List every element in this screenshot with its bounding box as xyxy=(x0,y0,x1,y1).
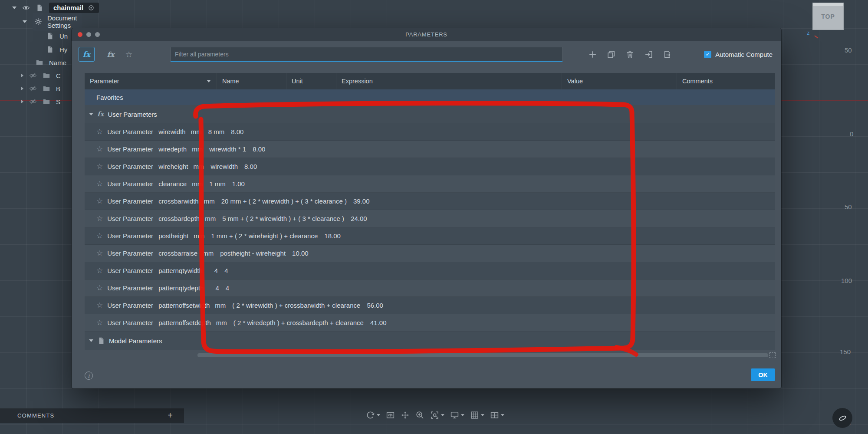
favorite-star-icon[interactable]: ☆ xyxy=(96,215,103,222)
parameter-name[interactable]: patternqtydepth xyxy=(153,284,204,292)
table-row[interactable]: ☆ User Parameter patternoffsetdepth mm (… xyxy=(85,314,775,332)
delete-parameter-button[interactable] xyxy=(625,50,635,59)
filter-input[interactable] xyxy=(170,47,563,62)
parameter-name[interactable]: patternoffsetdepth xyxy=(153,319,211,326)
look-at-button[interactable] xyxy=(386,411,395,420)
parameter-name[interactable]: wiredepth xyxy=(153,145,187,153)
column-header-comments[interactable]: Comments xyxy=(677,73,775,89)
parameter-expression[interactable]: 8 mm xyxy=(202,128,225,135)
parameter-name[interactable]: crossbardepth xyxy=(153,215,200,222)
favorite-star-icon[interactable]: ☆ xyxy=(96,180,103,187)
table-row[interactable]: ☆ User Parameter crossbardepth mm 5 mm +… xyxy=(85,210,775,227)
parameter-name[interactable]: wirewidth xyxy=(153,128,186,135)
parameter-expression[interactable]: 20 mm + ( 2 * wirewidth ) + ( 3 * cleara… xyxy=(215,197,347,205)
duplicate-parameter-button[interactable] xyxy=(607,50,616,59)
chevron-down-icon[interactable] xyxy=(377,414,380,416)
favorite-star-icon[interactable]: ☆ xyxy=(96,128,103,135)
chevron-down-icon[interactable] xyxy=(461,414,464,416)
comments-panel[interactable]: COMMENTS + xyxy=(0,408,184,423)
favorite-star-icon[interactable]: ☆ xyxy=(96,319,103,326)
fit-button[interactable] xyxy=(430,411,444,420)
browser-folder-row[interactable]: S xyxy=(21,96,60,107)
view-cube[interactable]: TOP xyxy=(812,3,844,30)
column-header-parameter[interactable]: Parameter xyxy=(85,73,217,89)
parameter-expression[interactable]: wirewidth * 1 xyxy=(203,145,246,153)
table-row[interactable]: ☆ User Parameter patternoffsetwidth mm (… xyxy=(85,297,775,314)
table-row[interactable]: ☆ User Parameter wirewidth mm 8 mm 8.00 xyxy=(85,123,775,141)
fusion-badge[interactable] xyxy=(832,408,852,428)
favorite-star-icon[interactable]: ☆ xyxy=(96,145,103,153)
parameter-name[interactable]: patternqtywidth xyxy=(153,267,203,274)
add-comment-button[interactable]: + xyxy=(168,411,173,421)
parameter-name[interactable]: postheight xyxy=(153,232,188,240)
favorite-star-icon[interactable]: ☆ xyxy=(96,163,103,170)
model-parameters-group-row[interactable]: Model Parameters xyxy=(85,332,775,350)
table-row[interactable]: ☆ User Parameter crossbarraise mm posthe… xyxy=(85,245,775,262)
favorite-star-icon[interactable]: ☆ xyxy=(96,284,103,292)
favorite-star-icon[interactable]: ☆ xyxy=(96,302,103,309)
parameter-expression[interactable]: 1 mm xyxy=(203,180,226,187)
scrollbar-thumb[interactable] xyxy=(197,353,768,357)
parameter-name[interactable]: patternoffsetwidth xyxy=(153,302,210,309)
parameter-expression[interactable]: 4 xyxy=(209,284,219,292)
visibility-off-eye-icon[interactable] xyxy=(29,72,37,79)
chevron-down-icon[interactable] xyxy=(501,414,504,416)
document-tab[interactable]: chainmail xyxy=(49,3,99,13)
info-icon[interactable]: i xyxy=(85,372,93,380)
parameter-name[interactable]: crossbarwidth xyxy=(153,197,199,205)
chevron-right-icon[interactable] xyxy=(21,73,23,78)
column-header-expression[interactable]: Expression xyxy=(336,73,562,89)
table-row[interactable]: ☆ User Parameter clearance mm 1 mm 1.00 xyxy=(85,175,775,193)
parameter-name[interactable]: clearance xyxy=(153,180,187,187)
table-row[interactable]: ☆ User Parameter postheight mm 1 mm + ( … xyxy=(85,227,775,245)
parameter-name[interactable]: crossbarraise xyxy=(153,250,197,257)
parameter-expression[interactable]: ( 2 * wiredepth ) + crossbardepth + clea… xyxy=(227,319,364,326)
collapse-caret-icon[interactable] xyxy=(89,339,93,342)
favorites-filter-button[interactable]: ☆ xyxy=(122,47,136,62)
settings-item-row[interactable]: Un xyxy=(46,30,68,42)
checkbox-checked-icon[interactable]: ✓ xyxy=(704,51,711,58)
favorites-row[interactable]: Favorites xyxy=(85,89,775,105)
column-header-name[interactable]: Name xyxy=(217,73,286,89)
table-row[interactable]: ☆ User Parameter crossbarwidth mm 20 mm … xyxy=(85,193,775,210)
favorite-star-icon[interactable]: ☆ xyxy=(96,250,103,257)
browser-folder-row[interactable]: C xyxy=(21,70,61,81)
visibility-off-eye-icon[interactable] xyxy=(29,85,37,92)
chevron-down-icon[interactable] xyxy=(441,414,444,416)
grid-snaps-button[interactable] xyxy=(470,411,484,420)
zoom-button[interactable] xyxy=(415,411,424,420)
orbit-button[interactable] xyxy=(366,411,380,420)
pan-button[interactable] xyxy=(401,411,410,420)
chevron-down-icon[interactable] xyxy=(12,7,16,9)
chevron-down-icon[interactable] xyxy=(23,20,27,23)
import-parameters-button[interactable] xyxy=(644,50,653,59)
export-parameters-button[interactable] xyxy=(663,50,672,59)
column-header-value[interactable]: Value xyxy=(562,73,677,89)
chevron-down-icon[interactable] xyxy=(207,80,210,82)
user-parameters-group-row[interactable]: fx User Parameters xyxy=(85,105,775,123)
chevron-right-icon[interactable] xyxy=(21,99,23,104)
parameter-expression[interactable]: 4 xyxy=(208,267,218,274)
visibility-off-eye-icon[interactable] xyxy=(29,98,37,105)
table-row[interactable]: ☆ User Parameter wireheight mm wirewidth… xyxy=(85,158,775,175)
collapse-caret-icon[interactable] xyxy=(89,113,93,115)
favorite-star-icon[interactable]: ☆ xyxy=(96,267,103,274)
document-settings-row[interactable]: Document Settings xyxy=(23,16,82,27)
horizontal-scrollbar[interactable] xyxy=(85,353,775,358)
table-row[interactable]: ☆ User Parameter patternqtywidth 4 4 xyxy=(85,262,775,279)
named-views-row[interactable]: Name xyxy=(36,57,66,68)
ok-button[interactable]: OK xyxy=(751,368,775,381)
parameter-expression[interactable]: postheight - wireheight xyxy=(214,250,286,257)
resize-corner-icon[interactable] xyxy=(769,352,776,358)
browser-root-row[interactable]: chainmail xyxy=(12,2,99,13)
user-parameters-filter-button[interactable]: fx xyxy=(103,47,118,62)
parameter-expression[interactable]: 1 mm + ( 2 * wireheight ) + clearance xyxy=(204,232,318,240)
display-settings-button[interactable] xyxy=(450,411,464,420)
chevron-right-icon[interactable] xyxy=(21,86,23,91)
table-row[interactable]: ☆ User Parameter patternqtydepth 4 4 xyxy=(85,279,775,297)
visibility-eye-icon[interactable] xyxy=(22,4,30,12)
automatic-compute-toggle[interactable]: ✓ Automatic Compute xyxy=(704,51,773,58)
dialog-titlebar[interactable]: PARAMETERS xyxy=(72,28,781,41)
parameter-expression[interactable]: wirewidth xyxy=(204,163,238,170)
parameter-name[interactable]: wireheight xyxy=(153,163,188,170)
